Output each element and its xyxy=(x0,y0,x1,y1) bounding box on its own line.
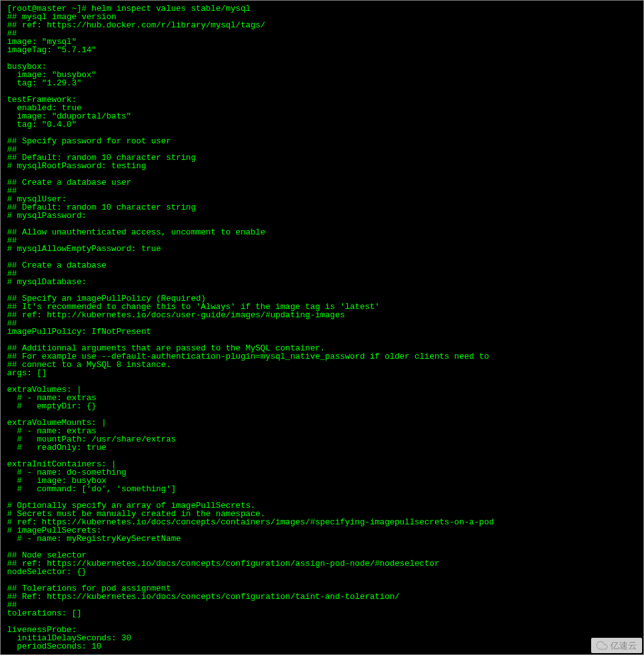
terminal-line: ## Ref: https://kubernetes.io/docs/conce… xyxy=(7,593,637,601)
terminal-line: tag: "1.29.3" xyxy=(7,79,637,87)
terminal-line: # mysqlRootPassword: testing xyxy=(7,162,637,170)
terminal-line: ## Specify password for root user xyxy=(7,137,637,145)
terminal-line xyxy=(7,617,637,626)
terminal-line: # - name: extras xyxy=(7,394,637,402)
terminal-line: periodSeconds: 10 xyxy=(7,642,637,651)
terminal-line: image: "dduportal/bats" xyxy=(7,112,637,120)
terminal-line: ## xyxy=(7,270,637,278)
terminal-line: extraVolumes: | xyxy=(7,385,637,394)
terminal-line: nodeSelector: {} xyxy=(7,568,637,576)
terminal-line: # mysqlPassword: xyxy=(7,212,637,220)
terminal-line: extraVolumeMounts: | xyxy=(7,419,637,427)
terminal-line: # mysqlDatabase: xyxy=(7,278,637,286)
terminal-line: ## connect to a MySQL 8 instance. xyxy=(7,361,637,369)
terminal-line: ## Create a database xyxy=(7,261,637,270)
terminal-line: # command: ['do', 'something'] xyxy=(7,485,637,493)
terminal-line: ## xyxy=(7,29,637,38)
terminal-line: # ref: https://kubernetes.io/docs/concep… xyxy=(7,518,637,526)
terminal-line: args: [] xyxy=(7,369,637,377)
cloud-icon xyxy=(596,640,608,651)
terminal-line: # readOnly: true xyxy=(7,443,637,452)
watermark-badge: 亿速云 xyxy=(591,638,642,653)
watermark-text: 亿速云 xyxy=(610,642,637,650)
terminal-line xyxy=(7,54,637,62)
terminal-line: image: "busybox" xyxy=(7,71,637,79)
terminal-line xyxy=(7,377,637,385)
terminal-line: imageTag: "5.7.14" xyxy=(7,46,637,54)
terminal-line: ## Default: random 10 character string xyxy=(7,203,637,212)
terminal-line: busybox: xyxy=(7,62,637,71)
terminal-line: # - name: myRegistryKeySecretName xyxy=(7,535,637,543)
terminal-line: imagePullPolicy: IfNotPresent xyxy=(7,328,637,336)
terminal-line: ## Create a database user xyxy=(7,178,637,187)
terminal-line: # emptyDir: {} xyxy=(7,402,637,410)
terminal-line: tag: "0.4.0" xyxy=(7,120,637,129)
terminal-line: ## xyxy=(7,187,637,195)
terminal-line: ## xyxy=(7,601,637,609)
terminal-line: image: "mysql" xyxy=(7,38,637,46)
terminal-line: testFramework: xyxy=(7,96,637,104)
terminal-line: ## ref: https://hub.docker.com/r/library… xyxy=(7,21,637,29)
terminal-line: ## ref: https://kubernetes.io/docs/conce… xyxy=(7,559,637,568)
terminal-line xyxy=(7,543,637,551)
terminal-line: tolerations: [] xyxy=(7,609,637,617)
terminal-window[interactable]: [root@master ~]# helm inspect values sta… xyxy=(0,0,644,655)
terminal-line: # mysqlAllowEmptyPassword: true xyxy=(7,245,637,253)
terminal-line: ## ref: http://kubernetes.io/docs/user-g… xyxy=(7,311,637,319)
terminal-output: [root@master ~]# helm inspect values sta… xyxy=(7,4,637,651)
terminal-line: initialDelaySeconds: 30 xyxy=(7,634,637,642)
terminal-line xyxy=(7,87,637,96)
terminal-line: ## Allow unauthenticated access, uncomme… xyxy=(7,228,637,236)
